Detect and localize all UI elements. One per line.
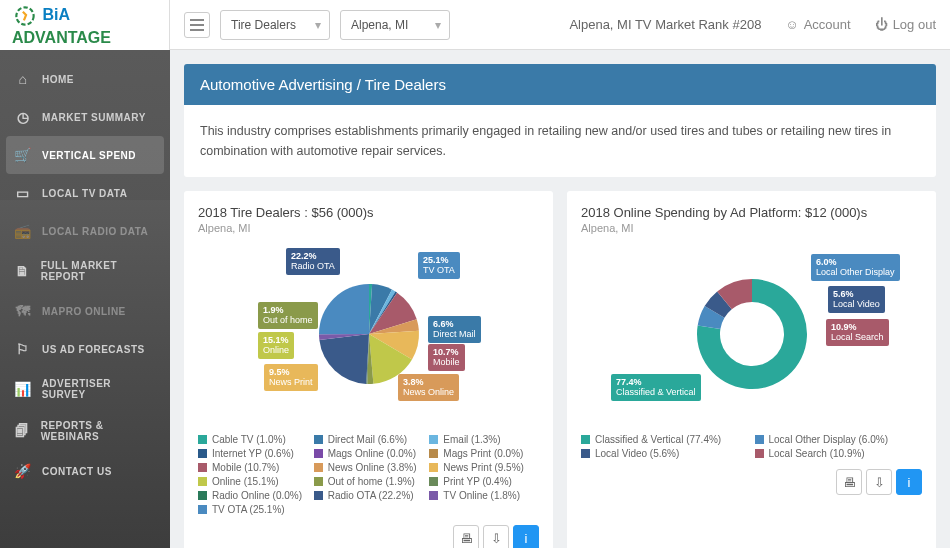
callout: 9.5%News Print	[264, 364, 318, 391]
logo: BiAADVANTAGE	[0, 0, 170, 50]
nav-icon: 🚀	[14, 462, 32, 480]
card-title: 2018 Online Spending by Ad Platform: $12…	[581, 205, 922, 220]
logout-link[interactable]: ⏻Log out	[875, 17, 936, 32]
callout: 3.8%News Online	[398, 374, 459, 401]
nav-icon: ⚐	[14, 340, 32, 358]
nav-label: VERTICAL SPEND	[42, 150, 136, 161]
industry-description: This industry comprises establishments p…	[184, 105, 936, 177]
nav-label: ADVERTISER SURVEY	[42, 378, 156, 400]
menu-toggle[interactable]	[184, 12, 210, 38]
nav-icon: 📊	[14, 380, 32, 398]
nav-us-ad-forecasts[interactable]: ⚐US AD FORECASTS	[0, 330, 170, 368]
nav-label: MAPRO ONLINE	[42, 306, 126, 317]
nav-home[interactable]: ⌂HOME	[0, 60, 170, 98]
info-button[interactable]: i	[896, 469, 922, 495]
user-icon: ☺	[785, 17, 798, 32]
legend-item: Radio Online (0.0%)	[198, 490, 308, 501]
nav-icon: 🛒	[14, 146, 32, 164]
callout: 6.0%Local Other Display	[811, 254, 900, 281]
vertical-select[interactable]: Tire Dealers	[220, 10, 330, 40]
nav-mapro-online: 🗺MAPRO ONLINE	[0, 292, 170, 330]
nav-label: LOCAL TV DATA	[42, 188, 127, 199]
legend-item: Mags Print (0.0%)	[429, 448, 539, 459]
nav-local-tv-data[interactable]: ▭LOCAL TV DATA	[0, 174, 170, 212]
power-icon: ⏻	[875, 17, 888, 32]
export-button[interactable]: ⇩	[483, 525, 509, 548]
legend-item: Mobile (10.7%)	[198, 462, 308, 473]
nav-label: LOCAL RADIO DATA	[42, 226, 148, 237]
callout: 1.9%Out of home	[258, 302, 318, 329]
export-button[interactable]: ⇩	[866, 469, 892, 495]
print-button[interactable]: 🖶	[453, 525, 479, 548]
online-platform-card: 2018 Online Spending by Ad Platform: $12…	[567, 191, 936, 548]
nav-reports-webinars[interactable]: 🗐REPORTS & WEBINARS	[0, 410, 170, 452]
legend-item: Local Other Display (6.0%)	[755, 434, 923, 445]
legend-item: Out of home (1.9%)	[314, 476, 424, 487]
print-button[interactable]: 🖶	[836, 469, 862, 495]
nav-icon: 🗐	[14, 422, 31, 440]
callout: 15.1%Online	[258, 332, 294, 359]
market-rank: Alpena, MI TV Market Rank #208	[569, 17, 761, 32]
legend-item: Direct Mail (6.6%)	[314, 434, 424, 445]
nav-full-market-report[interactable]: 🗎FULL MARKET REPORT	[0, 250, 170, 292]
legend-item: TV OTA (25.1%)	[198, 504, 308, 515]
nav-icon: ▭	[14, 184, 32, 202]
legend-item: Cable TV (1.0%)	[198, 434, 308, 445]
callout: 25.1%TV OTA	[418, 252, 460, 279]
nav-contact-us[interactable]: 🚀CONTACT US	[0, 452, 170, 490]
callout: 22.2%Radio OTA	[286, 248, 340, 275]
nav-icon: 🗎	[14, 262, 31, 280]
page-banner: Automotive Advertising / Tire Dealers	[184, 64, 936, 105]
pie-chart-spend: 22.2%Radio OTA25.1%TV OTA1.9%Out of home…	[198, 244, 539, 424]
callout: 6.6%Direct Mail	[428, 316, 481, 343]
callout: 77.4%Classified & Vertical	[611, 374, 701, 401]
nav-label: US AD FORECASTS	[42, 344, 145, 355]
legend-item: Online (15.1%)	[198, 476, 308, 487]
account-link[interactable]: ☺Account	[785, 17, 850, 32]
card-subtitle: Alpena, MI	[198, 222, 539, 234]
spend-breakdown-card: 2018 Tire Dealers : $56 (000)s Alpena, M…	[184, 191, 553, 548]
nav-local-radio-data: 📻LOCAL RADIO DATA	[0, 212, 170, 250]
nav-vertical-spend[interactable]: 🛒VERTICAL SPEND	[6, 136, 164, 174]
nav-label: CONTACT US	[42, 466, 112, 477]
nav-advertiser-survey[interactable]: 📊ADVERTISER SURVEY	[0, 368, 170, 410]
nav-icon: ◷	[14, 108, 32, 126]
card-subtitle: Alpena, MI	[581, 222, 922, 234]
callout: 5.6%Local Video	[828, 286, 885, 313]
card-title: 2018 Tire Dealers : $56 (000)s	[198, 205, 539, 220]
nav-label: MARKET SUMMARY	[42, 112, 146, 123]
legend-item: News Print (9.5%)	[429, 462, 539, 473]
nav-market-summary[interactable]: ◷MARKET SUMMARY	[0, 98, 170, 136]
legend-item: Internet YP (0.6%)	[198, 448, 308, 459]
legend-item: Local Video (5.6%)	[581, 448, 749, 459]
nav-label: HOME	[42, 74, 74, 85]
legend-item: News Online (3.8%)	[314, 462, 424, 473]
legend-item: Local Search (10.9%)	[755, 448, 923, 459]
nav-icon: ⌂	[14, 70, 32, 88]
legend-item: Email (1.3%)	[429, 434, 539, 445]
nav-label: REPORTS & WEBINARS	[41, 420, 156, 442]
legend-item: Radio OTA (22.2%)	[314, 490, 424, 501]
nav-icon: 🗺	[14, 302, 32, 320]
callout: 10.9%Local Search	[826, 319, 889, 346]
legend-item: Mags Online (0.0%)	[314, 448, 424, 459]
donut-chart-online: 6.0%Local Other Display5.6%Local Video10…	[581, 244, 922, 424]
nav-icon: 📻	[14, 222, 32, 240]
market-select[interactable]: Alpena, MI	[340, 10, 450, 40]
legend-item: TV Online (1.8%)	[429, 490, 539, 501]
legend-item: Classified & Vertical (77.4%)	[581, 434, 749, 445]
legend-item: Print YP (0.4%)	[429, 476, 539, 487]
callout: 10.7%Mobile	[428, 344, 465, 371]
nav-label: FULL MARKET REPORT	[41, 260, 156, 282]
info-button[interactable]: i	[513, 525, 539, 548]
